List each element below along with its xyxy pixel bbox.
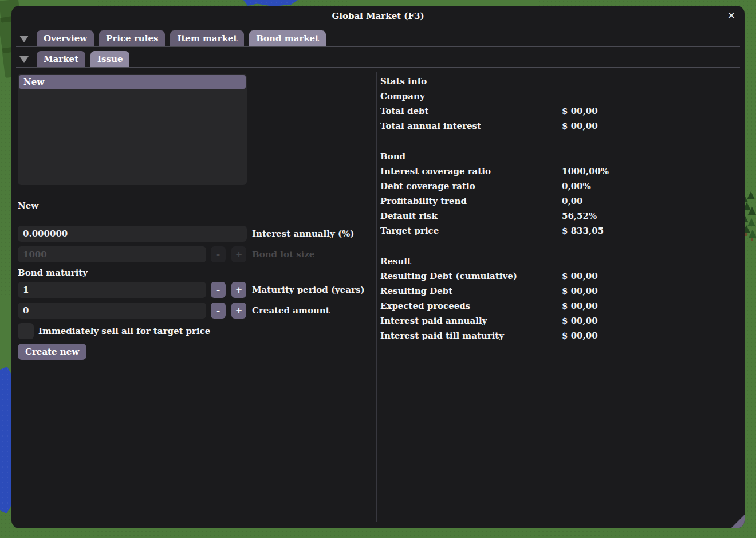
maturity-period-label: Maturity period (years)	[252, 282, 365, 298]
tab-item-market[interactable]: Item market	[170, 30, 244, 46]
sell-all-checkbox[interactable]	[18, 323, 34, 339]
tree-trunk	[745, 233, 747, 236]
stats-title: Stats info	[380, 74, 735, 89]
stat-value: $ 00,00	[562, 299, 598, 313]
stat-row: Interest paid annually $ 00,00	[380, 313, 735, 328]
created-amount-input[interactable]	[18, 303, 206, 319]
water-lake	[0, 367, 12, 513]
tab-bond-market[interactable]: Bond market	[249, 30, 326, 46]
stat-label: Target price	[380, 226, 439, 236]
sell-all-checkbox-label: Immediately sell all for target price	[38, 323, 210, 339]
stat-row: Resulting Debt $ 00,00	[380, 284, 735, 299]
created-amount-increment-button[interactable]: +	[231, 303, 246, 319]
panel-divider	[376, 72, 377, 522]
stat-value: $ 00,00	[562, 328, 598, 343]
stat-label: Default risk	[380, 211, 438, 221]
bond-lot-size-input	[18, 246, 206, 262]
stat-row: Default risk 56,52%	[380, 209, 735, 223]
maturity-period-input[interactable]	[18, 282, 206, 298]
stat-label: Interest coverage ratio	[380, 166, 491, 176]
stat-row: Expected proceeds $ 00,00	[380, 299, 735, 313]
collapse-main-tabs-icon[interactable]	[19, 36, 29, 42]
stat-value: $ 00,00	[562, 119, 598, 133]
stat-value: $ 00,00	[562, 313, 598, 328]
tree-trunk	[751, 238, 753, 241]
stat-label: Debt coverage ratio	[380, 181, 475, 191]
stat-value: $ 00,00	[562, 104, 598, 119]
created-amount-label: Created amount	[252, 303, 330, 319]
tab-price-rules[interactable]: Price rules	[99, 30, 165, 46]
stat-value: 1000,00%	[562, 164, 609, 179]
selected-bond-heading: New	[18, 201, 38, 211]
company-section-heading: Company	[380, 89, 735, 104]
stat-value: 0,00	[562, 194, 583, 209]
collapse-sub-tabs-icon[interactable]	[19, 56, 29, 63]
global-market-window: Global Market (F3) ✕ Overview Price rule…	[11, 6, 745, 528]
stat-row: Target price $ 833,05	[380, 223, 735, 238]
stat-label: Resulting Debt	[380, 286, 452, 296]
stat-value: $ 00,00	[562, 284, 598, 299]
bond-lot-size-increment-button: +	[231, 246, 246, 262]
maturity-increment-button[interactable]: +	[231, 282, 246, 298]
tree-icon	[747, 191, 755, 199]
created-amount-decrement-button[interactable]: -	[211, 303, 226, 319]
bond-sub-tab-bar: Market Issue	[16, 51, 740, 68]
stat-value: $ 833,05	[562, 223, 604, 238]
interest-annually-label: Interest annually (%)	[252, 226, 354, 242]
maturity-decrement-button[interactable]: -	[211, 282, 226, 298]
interest-annually-input[interactable]	[18, 226, 247, 242]
tab-issue[interactable]: Issue	[90, 51, 129, 67]
stat-row: Debt coverage ratio 0,00%	[380, 179, 735, 194]
stat-row: Resulting Debt (cumulative) $ 00,00	[380, 269, 735, 284]
bond-lot-size-decrement-button: -	[211, 246, 226, 262]
main-tab-bar: Overview Price rules Item market Bond ma…	[16, 30, 740, 47]
bond-list-item-selected[interactable]: New	[19, 75, 246, 89]
bond-section-heading: Bond	[380, 149, 735, 164]
stat-label: Profitability trend	[380, 196, 467, 206]
stat-label: Total debt	[380, 106, 428, 116]
stat-label: Expected proceeds	[380, 301, 470, 311]
stat-value: 56,52%	[562, 209, 597, 223]
stat-label: Interest paid annually	[380, 316, 487, 326]
tree-icon	[749, 230, 756, 238]
window-title: Global Market (F3)	[11, 11, 745, 21]
close-icon[interactable]: ✕	[727, 10, 735, 21]
bond-lot-size-label: Bond lot size	[252, 246, 314, 262]
tree-icon	[748, 207, 756, 215]
stat-value: $ 00,00	[562, 269, 598, 284]
stat-row: Interest coverage ratio 1000,00%	[380, 164, 735, 179]
stat-row: Total debt $ 00,00	[380, 104, 735, 119]
stats-panel: Stats info Company Total debt $ 00,00 To…	[380, 74, 735, 343]
bond-list: New	[18, 74, 247, 185]
stat-value: 0,00%	[562, 179, 591, 194]
stat-row: Total annual interest $ 00,00	[380, 119, 735, 133]
stat-label: Interest paid till maturity	[380, 331, 504, 341]
stat-label: Total annual interest	[380, 121, 481, 131]
tab-overview[interactable]: Overview	[37, 30, 94, 46]
stat-row: Interest paid till maturity $ 00,00	[380, 328, 735, 343]
create-new-button[interactable]: Create new	[18, 344, 86, 360]
stat-label: Resulting Debt (cumulative)	[380, 271, 517, 281]
result-section-heading: Result	[380, 254, 735, 269]
tab-market[interactable]: Market	[37, 51, 85, 67]
stat-row: Profitability trend 0,00	[380, 194, 735, 209]
bond-maturity-heading: Bond maturity	[18, 268, 88, 278]
